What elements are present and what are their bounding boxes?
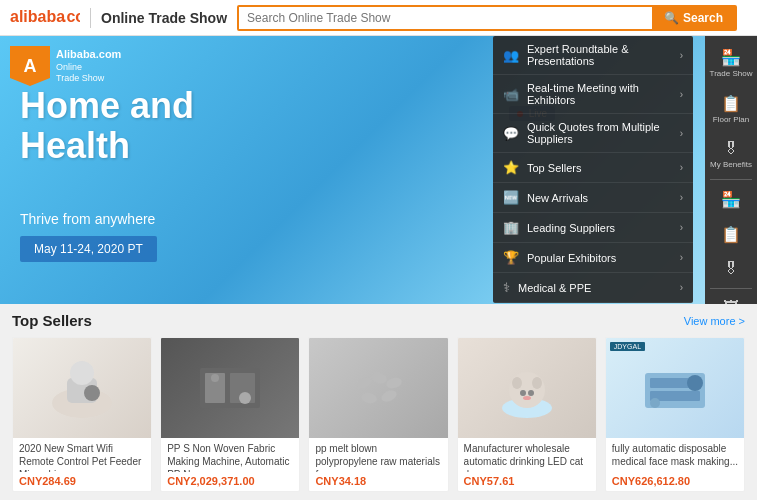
menu-item-meeting[interactable]: 📹 Real-time Meeting with Exhibitors › xyxy=(493,75,693,114)
svg-point-10 xyxy=(211,374,219,382)
sidebar-item-trade-show[interactable]: 🏪 Trade Show xyxy=(706,42,757,84)
chevron-icon: › xyxy=(680,162,683,173)
chevron-icon: › xyxy=(680,89,683,100)
product-card-3[interactable]: Manufacturer wholesale automatic drinkin… xyxy=(457,337,597,492)
svg-text:.com: .com xyxy=(62,8,80,25)
svg-point-11 xyxy=(354,375,373,392)
sidebar-divider xyxy=(710,179,752,180)
sidebar-item-floor-plan[interactable]: 📋 Floor Plan xyxy=(709,88,753,130)
meeting-icon: 📹 xyxy=(503,87,519,102)
header-divider xyxy=(90,8,91,28)
svg-point-21 xyxy=(528,390,534,396)
product-price-3: CNY57.61 xyxy=(464,475,590,487)
sidebar-item-4[interactable]: 🏪 xyxy=(717,184,745,215)
floor-plan-icon: 📋 xyxy=(721,94,741,113)
product-name-0: 2020 New Smart Wifi Remote Control Pet F… xyxy=(19,442,145,472)
svg-point-15 xyxy=(379,388,398,404)
product-image-2 xyxy=(309,338,447,438)
svg-point-14 xyxy=(360,392,377,405)
header: alibaba .com Online Trade Show 🔍 Search xyxy=(0,0,757,36)
badge-text: Alibaba.com Online Trade Show xyxy=(56,47,121,85)
product-name-2: pp melt blown polypropylene raw material… xyxy=(315,442,441,472)
bottom-section: Top Sellers View more > 2020 New Smart W… xyxy=(0,304,757,500)
product-info-0: 2020 New Smart Wifi Remote Control Pet F… xyxy=(13,438,151,491)
svg-point-4 xyxy=(70,361,94,385)
sidebar-icon-6: 🎖 xyxy=(723,260,739,278)
sidebar-divider-2 xyxy=(710,288,752,289)
search-button[interactable]: 🔍 Search xyxy=(652,7,735,29)
svg-point-27 xyxy=(650,398,660,408)
sidebar-item-6[interactable]: 🎖 xyxy=(719,254,743,284)
section-title: Top Sellers xyxy=(12,312,92,329)
product-image-0 xyxy=(13,338,151,438)
svg-point-13 xyxy=(384,376,402,390)
chevron-icon: › xyxy=(680,192,683,203)
product-image-4: JDYGAL xyxy=(606,338,744,438)
svg-point-20 xyxy=(520,390,526,396)
hero-title: Home and Health xyxy=(20,86,194,165)
menu-item-leading-suppliers[interactable]: 🏢 Leading Suppliers › xyxy=(493,213,693,243)
product-info-1: PP S Non Woven Fabric Making Machine, Au… xyxy=(161,438,299,491)
medical-ppe-icon: ⚕ xyxy=(503,280,510,295)
search-bar: 🔍 Search xyxy=(237,5,737,31)
svg-text:alibaba: alibaba xyxy=(10,8,65,25)
product-name-3: Manufacturer wholesale automatic drinkin… xyxy=(464,442,590,472)
product-image-1 xyxy=(161,338,299,438)
brand-tag: JDYGAL xyxy=(610,342,645,351)
product-name-4: fully automatic disposable medical face … xyxy=(612,442,738,472)
menu-item-roundtable[interactable]: 👥 Expert Roundtable & Presentations › xyxy=(493,36,693,75)
svg-point-17 xyxy=(509,372,545,408)
chevron-icon: › xyxy=(680,252,683,263)
hero-subtitle: Thrive from anywhere xyxy=(20,211,155,227)
product-card-4[interactable]: JDYGAL fully automatic disposable medica… xyxy=(605,337,745,492)
leading-suppliers-icon: 🏢 xyxy=(503,220,519,235)
product-price-0: CNY284.69 xyxy=(19,475,145,487)
badge-icon: A xyxy=(10,46,50,86)
menu-item-medical-ppe[interactable]: ⚕ Medical & PPE › xyxy=(493,273,693,303)
product-info-2: pp melt blown polypropylene raw material… xyxy=(309,438,447,491)
product-card-0[interactable]: 2020 New Smart Wifi Remote Control Pet F… xyxy=(12,337,152,492)
section-header: Top Sellers View more > xyxy=(12,312,745,329)
svg-point-26 xyxy=(687,375,703,391)
hero-badge: A Alibaba.com Online Trade Show xyxy=(10,46,121,86)
chevron-icon: › xyxy=(680,222,683,233)
product-image-3 xyxy=(458,338,596,438)
products-grid: 2020 New Smart Wifi Remote Control Pet F… xyxy=(12,337,745,492)
roundtable-icon: 👥 xyxy=(503,48,519,63)
menu-item-top-sellers[interactable]: ⭐ Top Sellers › xyxy=(493,153,693,183)
hero-date: May 11-24, 2020 PT xyxy=(20,236,157,262)
chevron-icon: › xyxy=(680,128,683,139)
svg-point-19 xyxy=(532,377,542,389)
svg-point-5 xyxy=(84,385,100,401)
menu-item-popular-exhibitors[interactable]: 🏆 Popular Exhibitors › xyxy=(493,243,693,273)
product-name-1: PP S Non Woven Fabric Making Machine, Au… xyxy=(167,442,293,472)
top-sellers-icon: ⭐ xyxy=(503,160,519,175)
product-price-4: CNY626,612.80 xyxy=(612,475,738,487)
trade-show-icon: 🏪 xyxy=(721,48,741,67)
view-more-link[interactable]: View more > xyxy=(684,315,745,327)
menu-item-quotes[interactable]: 💬 Quick Quotes from Multiple Suppliers › xyxy=(493,114,693,153)
logo-area: alibaba .com xyxy=(10,5,80,30)
product-card-1[interactable]: PP S Non Woven Fabric Making Machine, Au… xyxy=(160,337,300,492)
new-arrivals-icon: 🆕 xyxy=(503,190,519,205)
quotes-icon: 💬 xyxy=(503,126,519,141)
sidebar-icon-5: 📋 xyxy=(721,225,741,244)
product-info-4: fully automatic disposable medical face … xyxy=(606,438,744,491)
alibaba-logo[interactable]: alibaba .com xyxy=(10,5,80,30)
product-info-3: Manufacturer wholesale automatic drinkin… xyxy=(458,438,596,491)
product-price-2: CNY34.18 xyxy=(315,475,441,487)
svg-point-18 xyxy=(512,377,522,389)
menu-item-new-arrivals[interactable]: 🆕 New Arrivals › xyxy=(493,183,693,213)
dropdown-menu: 👥 Expert Roundtable & Presentations › 📹 … xyxy=(493,36,693,303)
search-input[interactable] xyxy=(239,11,652,25)
popular-exhibitors-icon: 🏆 xyxy=(503,250,519,265)
product-card-2[interactable]: pp melt blown polypropylene raw material… xyxy=(308,337,448,492)
header-title: Online Trade Show xyxy=(101,10,227,26)
svg-point-9 xyxy=(239,392,251,404)
search-icon: 🔍 xyxy=(664,11,679,25)
sidebar-item-my-benefits[interactable]: 🎖 My Benefits xyxy=(706,134,756,175)
sidebar-item-5[interactable]: 📋 xyxy=(717,219,745,250)
chevron-icon: › xyxy=(680,50,683,61)
sidebar-icon-4: 🏪 xyxy=(721,190,741,209)
my-benefits-icon: 🎖 xyxy=(723,140,739,158)
